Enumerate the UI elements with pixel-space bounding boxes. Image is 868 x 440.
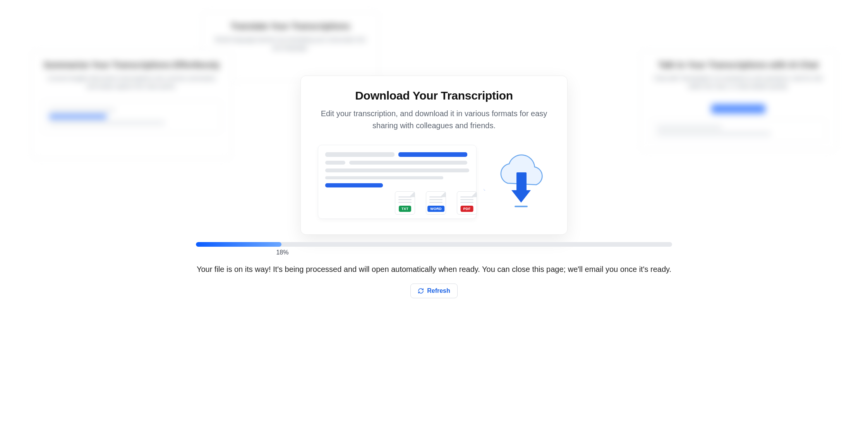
download-illustration: TXT WORD PDF bbox=[318, 145, 550, 219]
format-pdf: PDF bbox=[457, 191, 477, 215]
format-txt: TXT bbox=[395, 191, 415, 215]
bg-card-subtitle: Chat with Transkriptor's AI assistant to… bbox=[651, 74, 826, 90]
progress-bar-fill bbox=[196, 242, 281, 247]
refresh-icon bbox=[418, 288, 424, 294]
bg-card-summarize: Summarize Your Transcriptions Effortless… bbox=[31, 50, 232, 159]
format-badge-word: WORD bbox=[427, 206, 444, 212]
bg-card-subtitle: Break language barriers by translating y… bbox=[213, 35, 368, 52]
svg-rect-0 bbox=[516, 172, 527, 191]
bg-card-subtitle: Convert lengthy discussion transcription… bbox=[42, 74, 221, 90]
squiggle-arrow-icon bbox=[484, 178, 485, 201]
bg-card-title: Translate Your Transcriptions bbox=[213, 21, 368, 31]
bg-card-title: Talk to Your Transcriptions with AI Chat bbox=[651, 60, 826, 70]
processing-status-text: Your file is on its way! It's being proc… bbox=[196, 264, 672, 275]
download-transcription-card: Download Your Transcription Edit your tr… bbox=[300, 76, 568, 235]
format-badge-txt: TXT bbox=[399, 206, 411, 212]
modal-title: Download Your Transcription bbox=[318, 89, 550, 102]
transcript-preview: TXT WORD PDF bbox=[318, 145, 477, 219]
progress-bar bbox=[196, 242, 672, 247]
refresh-button[interactable]: Refresh bbox=[410, 284, 458, 298]
modal-subtitle: Edit your transcription, and download it… bbox=[318, 108, 550, 132]
bg-card-ai-chat: Talk to Your Transcriptions with AI Chat… bbox=[640, 50, 837, 151]
bg-card-title: Summarize Your Transcriptions Effortless… bbox=[42, 60, 221, 70]
svg-rect-1 bbox=[515, 206, 528, 207]
refresh-button-label: Refresh bbox=[427, 287, 450, 294]
processing-progress-section: 18% Your file is on its way! It's being … bbox=[196, 242, 672, 298]
bg-card-translate: Translate Your Transcriptions Break lang… bbox=[201, 12, 379, 81]
format-word: WORD bbox=[426, 191, 446, 215]
progress-percent-label: 18% bbox=[276, 249, 288, 256]
format-badge-pdf: PDF bbox=[461, 206, 473, 212]
cloud-download-icon bbox=[492, 153, 550, 211]
